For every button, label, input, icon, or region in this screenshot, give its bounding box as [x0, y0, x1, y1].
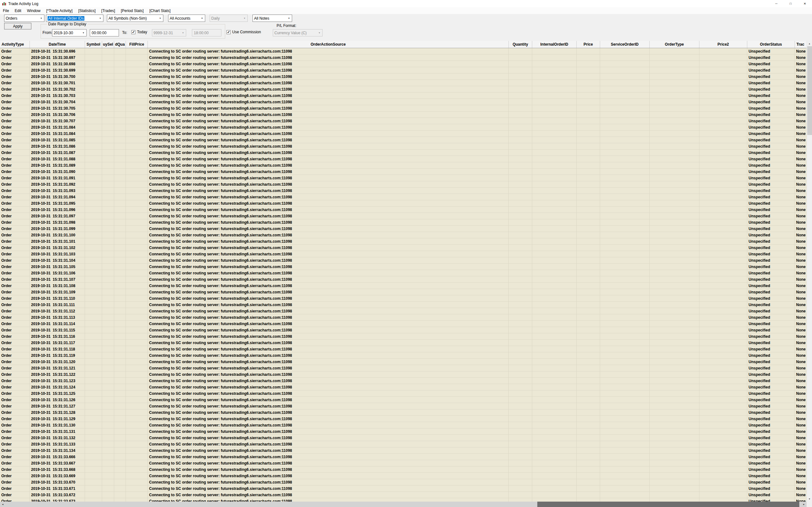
table-row[interactable]: Order2019-10-31 15:31:31.124Connecting t…: [0, 384, 807, 390]
column-header-trac[interactable]: Trac: [795, 41, 807, 48]
menu-file[interactable]: File: [0, 7, 12, 14]
column-header-fillprice[interactable]: FillPrice: [126, 41, 148, 48]
table-row[interactable]: Order2019-10-31 15:31:31.102Connecting t…: [0, 245, 807, 251]
column-header-price2[interactable]: Price2: [699, 41, 747, 48]
table-row[interactable]: Order2019-10-31 15:31:31.109Connecting t…: [0, 289, 807, 295]
table-row[interactable]: Order2019-10-31 15:31:30.703Connecting t…: [0, 93, 807, 99]
table-row[interactable]: Order2019-10-31 15:31:31.111Connecting t…: [0, 302, 807, 308]
table-row[interactable]: Order2019-10-31 15:31:30.699Connecting t…: [0, 67, 807, 73]
table-row[interactable]: Order2019-10-31 15:31:31.099Connecting t…: [0, 226, 807, 232]
table-row[interactable]: Order2019-10-31 15:31:31.113Connecting t…: [0, 314, 807, 321]
table-row[interactable]: Order2019-10-31 15:31:31.133Connecting t…: [0, 441, 807, 447]
table-row[interactable]: Order2019-10-31 15:31:30.702Connecting t…: [0, 86, 807, 93]
symbols-filter-combo[interactable]: All Symbols (Non-Sim) ▼: [107, 14, 163, 22]
menu-window[interactable]: Window: [24, 7, 44, 14]
table-row[interactable]: Order2019-10-31 15:31:31.121Connecting t…: [0, 365, 807, 372]
table-row[interactable]: Order2019-10-31 15:31:31.112Connecting t…: [0, 308, 807, 314]
menu-statistics[interactable]: [Statistics]: [75, 7, 99, 14]
close-icon[interactable]: ✕: [798, 0, 812, 7]
column-header-datetime[interactable]: DateTime: [30, 41, 85, 48]
table-row[interactable]: Order2019-10-31 15:31:30.696Connecting t…: [0, 48, 807, 55]
table-row[interactable]: Order2019-10-31 15:31:30.707Connecting t…: [0, 118, 807, 124]
table-row[interactable]: Order2019-10-31 15:31:31.108Connecting t…: [0, 283, 807, 289]
menu-trade-activity[interactable]: [*Trade Activity]: [44, 7, 75, 14]
table-row[interactable]: Order2019-10-31 15:31:33.673Connecting t…: [0, 498, 807, 502]
scroll-up-icon[interactable]: ▲: [807, 41, 812, 46]
table-row[interactable]: Order2019-10-31 15:31:33.672Connecting t…: [0, 492, 807, 498]
table-row[interactable]: Order2019-10-31 15:31:31.094Connecting t…: [0, 194, 807, 200]
table-row[interactable]: Order2019-10-31 15:31:31.087Connecting t…: [0, 150, 807, 156]
notes-filter-combo[interactable]: All Notes ▼: [252, 14, 292, 22]
scroll-down-icon[interactable]: ▼: [807, 496, 812, 502]
table-row[interactable]: Order2019-10-31 15:31:31.131Connecting t…: [0, 429, 807, 435]
table-row[interactable]: Order2019-10-31 15:31:31.130Connecting t…: [0, 422, 807, 429]
table-row[interactable]: Order2019-10-31 15:31:31.123Connecting t…: [0, 378, 807, 384]
column-header-ordertype[interactable]: OrderType: [650, 41, 699, 48]
column-header-orderactionsource[interactable]: OrderActionSource: [148, 41, 509, 48]
table-row[interactable]: Order2019-10-31 15:31:33.671Connecting t…: [0, 486, 807, 492]
table-row[interactable]: Order2019-10-31 15:31:30.700Connecting t…: [0, 73, 807, 80]
use-commission-checkbox[interactable]: ✓ Use Commission: [226, 30, 261, 34]
menu-edit[interactable]: Edit: [12, 7, 24, 14]
menu-trades[interactable]: [Trades]: [98, 7, 118, 14]
table-row[interactable]: Order2019-10-31 15:31:31.117Connecting t…: [0, 340, 807, 346]
table-row[interactable]: Order2019-10-31 15:31:31.118Connecting t…: [0, 346, 807, 352]
table-row[interactable]: Order2019-10-31 15:31:31.106Connecting t…: [0, 270, 807, 276]
table-row[interactable]: Order2019-10-31 15:31:31.110Connecting t…: [0, 295, 807, 302]
table-row[interactable]: Order2019-10-31 15:31:31.105Connecting t…: [0, 264, 807, 270]
table-row[interactable]: Order2019-10-31 15:31:31.114Connecting t…: [0, 321, 807, 327]
column-header-orderstatus[interactable]: OrderStatus: [747, 41, 795, 48]
table-row[interactable]: Order2019-10-31 15:31:30.701Connecting t…: [0, 80, 807, 86]
table-row[interactable]: Order2019-10-31 15:31:31.095Connecting t…: [0, 200, 807, 207]
table-row[interactable]: Order2019-10-31 15:31:31.101Connecting t…: [0, 238, 807, 245]
from-time-field[interactable]: 00:00:00: [90, 29, 119, 37]
chevron-down-icon[interactable]: ▼: [81, 30, 86, 36]
menu-chart-stats[interactable]: [Chart Stats]: [147, 7, 173, 14]
table-row[interactable]: Order2019-10-31 15:31:33.667Connecting t…: [0, 460, 807, 466]
scroll-right-icon[interactable]: ►: [801, 502, 807, 507]
table-row[interactable]: Order2019-10-31 15:31:31.088Connecting t…: [0, 156, 807, 162]
table-row[interactable]: Order2019-10-31 15:31:31.103Connecting t…: [0, 251, 807, 257]
table-row[interactable]: Order2019-10-31 15:31:31.100Connecting t…: [0, 232, 807, 238]
table-row[interactable]: Order2019-10-31 15:31:31.116Connecting t…: [0, 333, 807, 340]
table-row[interactable]: Order2019-10-31 15:31:31.125Connecting t…: [0, 390, 807, 397]
column-header-serviceorderid[interactable]: ServiceOrderID: [600, 41, 650, 48]
table-row[interactable]: Order2019-10-31 15:31:31.107Connecting t…: [0, 276, 807, 283]
table-row[interactable]: Order2019-10-31 15:31:30.698Connecting t…: [0, 61, 807, 67]
table-row[interactable]: Order2019-10-31 15:31:31.128Connecting t…: [0, 409, 807, 416]
today-checkbox[interactable]: ✓ Today: [131, 30, 147, 34]
table-row[interactable]: Order2019-10-31 15:31:30.705Connecting t…: [0, 105, 807, 112]
vertical-scrollbar-thumb[interactable]: [807, 46, 812, 135]
table-row[interactable]: Order2019-10-31 15:31:31.084Connecting t…: [0, 124, 807, 130]
column-header-activitytype[interactable]: ActivityType: [0, 41, 30, 48]
column-header-uysel[interactable]: uySel: [102, 41, 114, 48]
maximize-icon[interactable]: □: [783, 0, 798, 7]
table-row[interactable]: Order2019-10-31 15:31:31.089Connecting t…: [0, 162, 807, 169]
table-row[interactable]: Order2019-10-31 15:31:31.090Connecting t…: [0, 169, 807, 175]
table-row[interactable]: Order2019-10-31 15:31:30.706Connecting t…: [0, 112, 807, 118]
table-row[interactable]: Order2019-10-31 15:31:33.670Connecting t…: [0, 479, 807, 486]
chevron-down-icon[interactable]: ▼: [286, 15, 292, 21]
column-header-symbol[interactable]: Symbol: [85, 41, 102, 48]
table-row[interactable]: Order2019-10-31 15:31:31.127Connecting t…: [0, 403, 807, 409]
table-row[interactable]: Order2019-10-31 15:31:30.704Connecting t…: [0, 99, 807, 105]
table-row[interactable]: Order2019-10-31 15:31:31.093Connecting t…: [0, 187, 807, 194]
horizontal-scrollbar[interactable]: ◄ ►: [0, 502, 807, 507]
apply-button[interactable]: Apply: [4, 23, 32, 30]
chevron-down-icon[interactable]: ▼: [157, 15, 163, 21]
internal-order-ids-filter-combo[interactable]: All Internal Order IDs ▼: [46, 14, 103, 22]
table-row[interactable]: Order2019-10-31 15:31:31.104Connecting t…: [0, 257, 807, 264]
table-row[interactable]: Order2019-10-31 15:31:31.119Connecting t…: [0, 352, 807, 359]
horizontal-scrollbar-thumb[interactable]: [537, 502, 799, 507]
table-row[interactable]: Order2019-10-31 15:31:31.096Connecting t…: [0, 207, 807, 213]
column-header-quantity[interactable]: Quantity: [509, 41, 532, 48]
chevron-down-icon[interactable]: ▼: [199, 15, 205, 21]
table-row[interactable]: Order2019-10-31 15:31:31.120Connecting t…: [0, 359, 807, 365]
column-header-internalorderid[interactable]: InternalOrderID: [532, 41, 577, 48]
table-row[interactable]: Order2019-10-31 15:31:31.134Connecting t…: [0, 447, 807, 454]
table-row[interactable]: Order2019-10-31 15:31:31.126Connecting t…: [0, 397, 807, 403]
table-row[interactable]: Order2019-10-31 15:31:31.085Connecting t…: [0, 137, 807, 143]
chevron-down-icon[interactable]: ▼: [97, 15, 103, 21]
table-row[interactable]: Order2019-10-31 15:31:31.092Connecting t…: [0, 181, 807, 187]
table-row[interactable]: Order2019-10-31 15:31:33.666Connecting t…: [0, 454, 807, 460]
